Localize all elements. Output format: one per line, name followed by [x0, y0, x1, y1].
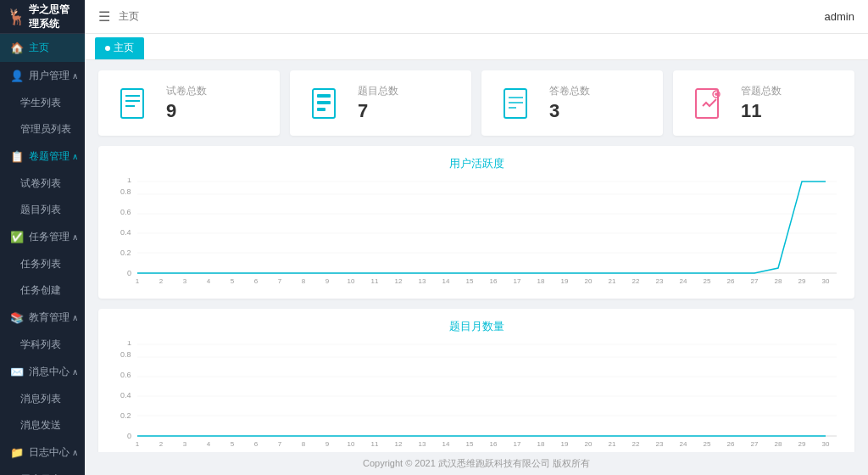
stat-value-answer: 3 [549, 100, 559, 122]
svg-text:25: 25 [704, 440, 711, 448]
svg-text:3: 3 [183, 440, 187, 448]
svg-text:2: 2 [159, 277, 164, 285]
stat-info-question: 题目总数 7 [358, 84, 398, 122]
sidebar-item-msg-send[interactable]: 消息发送 [0, 412, 85, 439]
stat-icon-question [307, 85, 344, 122]
svg-text:23: 23 [656, 440, 664, 448]
chevron-edu-icon: ∧ [72, 313, 78, 322]
logo-text: 学之思管理系统 [29, 3, 78, 31]
footer: Copyright © 2021 武汉悉维跑跃科技有限公司 版权所有 [85, 452, 868, 475]
sidebar-user-label: 用户管理 [29, 69, 70, 83]
sidebar-item-user-log[interactable]: 用户日志 [0, 467, 85, 475]
sidebar-item-students[interactable]: 学生列表 [0, 90, 85, 116]
sidebar-item-task-create[interactable]: 任务创建 [0, 277, 85, 304]
sidebar-item-task-list[interactable]: 任务列表 [0, 251, 85, 277]
breadcrumb-home: 主页 [119, 9, 139, 24]
stat-icon-exam [115, 85, 153, 122]
sidebar-header-edu[interactable]: 📚 教育管理 ∧ [0, 304, 85, 332]
svg-text:8: 8 [302, 277, 306, 285]
svg-text:0.6: 0.6 [120, 371, 131, 379]
svg-text:22: 22 [632, 277, 640, 285]
svg-text:30: 30 [822, 440, 830, 448]
svg-text:11: 11 [371, 277, 379, 285]
svg-text:17: 17 [514, 277, 521, 285]
chart-svg-question: 0 0.2 0.4 0.6 0.8 1 1 [112, 341, 841, 451]
sidebar-header-msg[interactable]: ✉️ 消息中心 ∧ [0, 358, 85, 386]
stat-icon-answer [498, 85, 536, 122]
sidebar-group-task: ✅ 任务管理 ∧ 任务列表 任务创建 [0, 223, 85, 304]
menu-toggle-icon[interactable]: ☰ [98, 8, 110, 25]
svg-text:19: 19 [561, 277, 569, 285]
svg-text:21: 21 [609, 277, 616, 285]
sidebar-header-user[interactable]: 👤 用户管理 ∧ [0, 62, 85, 90]
chevron-task-icon: ∧ [72, 232, 78, 242]
chart-container-question: 0 0.2 0.4 0.6 0.8 1 1 [112, 341, 841, 451]
task-icon: ✅ [10, 231, 24, 243]
sidebar-group-log: 📁 日志中心 ∧ 用户日志 [0, 439, 85, 475]
sidebar-item-subject-list[interactable]: 学科列表 [0, 332, 85, 358]
sidebar-group-user: 👤 用户管理 ∧ 学生列表 管理员列表 [0, 62, 85, 142]
svg-text:0.8: 0.8 [120, 187, 131, 196]
svg-text:21: 21 [609, 440, 616, 448]
stat-info-answer: 答卷总数 3 [549, 84, 590, 122]
breadcrumb: 主页 [119, 9, 139, 24]
stat-label-exam: 试卷总数 [166, 84, 207, 98]
svg-text:30: 30 [822, 277, 830, 285]
stat-label-answer: 答卷总数 [549, 84, 590, 98]
chevron-log-icon: ∧ [72, 448, 78, 457]
sidebar-log-label: 日志中心 [29, 445, 70, 460]
sidebar-group-home: 🏠 主页 [0, 34, 85, 62]
stat-card-admin: 管题总数 11 [673, 70, 854, 136]
log-icon: 📁 [10, 446, 24, 459]
svg-text:16: 16 [490, 277, 498, 285]
stat-value-question: 7 [358, 100, 368, 122]
svg-text:20: 20 [585, 440, 593, 448]
header-user: admin [825, 10, 854, 23]
svg-text:15: 15 [466, 277, 474, 285]
sidebar-item-home[interactable]: 🏠 主页 [0, 34, 85, 62]
svg-text:7: 7 [278, 440, 282, 448]
svg-text:13: 13 [419, 440, 426, 448]
sidebar-home-label: 主页 [29, 41, 49, 55]
svg-text:18: 18 [537, 277, 545, 285]
svg-rect-5 [317, 94, 331, 98]
svg-text:0.4: 0.4 [120, 228, 131, 237]
svg-text:2: 2 [159, 440, 164, 448]
tab-bar: 主页 [85, 34, 868, 60]
sidebar-item-question-list[interactable]: 题目列表 [0, 197, 85, 223]
svg-text:0.2: 0.2 [120, 411, 131, 420]
chevron-exam-icon: ∧ [72, 152, 78, 161]
sidebar-item-msg-list[interactable]: 消息列表 [0, 386, 85, 412]
svg-text:8: 8 [302, 440, 306, 448]
svg-text:0.8: 0.8 [120, 350, 131, 359]
chart-card-question: 题目月数量 0 0.2 0.4 0.6 0.8 1 [98, 309, 854, 452]
svg-text:28: 28 [775, 277, 782, 285]
chart-title-activity: 用户活跃度 [112, 156, 841, 171]
svg-text:20: 20 [585, 277, 593, 285]
tab-home-label: 主页 [114, 41, 134, 55]
header: ☰ 主页 admin [85, 0, 868, 34]
tab-home[interactable]: 主页 [95, 37, 144, 59]
svg-text:24: 24 [680, 277, 687, 285]
svg-text:11: 11 [371, 440, 379, 448]
svg-rect-8 [504, 89, 526, 118]
svg-text:19: 19 [561, 440, 569, 448]
svg-text:26: 26 [727, 440, 735, 448]
chart-container-activity: 0 0.2 0.4 0.6 0.8 1 1 [112, 178, 841, 288]
msg-icon: ✉️ [10, 366, 24, 378]
svg-text:29: 29 [798, 277, 806, 285]
chart-card-activity: 用户活跃度 0 0.2 0.4 0.6 0.8 1 [98, 146, 854, 299]
sidebar-header-log[interactable]: 📁 日志中心 ∧ [0, 439, 85, 467]
svg-text:9: 9 [326, 277, 330, 285]
sidebar-header-exam[interactable]: 📋 卷题管理 ∧ [0, 142, 85, 170]
content-area: 试卷总数 9 题目总数 7 [85, 60, 868, 452]
svg-rect-0 [121, 89, 143, 118]
sidebar-task-label: 任务管理 [29, 230, 70, 244]
sidebar-item-admins[interactable]: 管理员列表 [0, 116, 85, 142]
sidebar-exam-label: 卷题管理 [29, 149, 70, 164]
svg-text:0: 0 [127, 432, 131, 440]
sidebar-header-task[interactable]: ✅ 任务管理 ∧ [0, 223, 85, 251]
sidebar-item-exam-list[interactable]: 试卷列表 [0, 170, 85, 197]
svg-text:12: 12 [395, 440, 403, 448]
svg-text:23: 23 [656, 277, 664, 285]
